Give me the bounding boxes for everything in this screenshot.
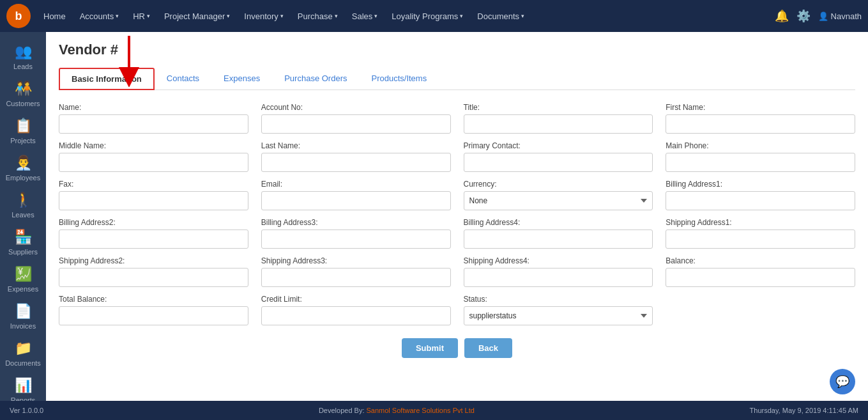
label-title: Title:: [464, 103, 653, 112]
sidebar-item-label: Suppliers: [8, 248, 38, 256]
app-logo: b: [6, 4, 31, 28]
field-main-phone: Main Phone:: [666, 141, 855, 172]
input-billing-address3[interactable]: [261, 229, 451, 249]
sidebar-item-label: Leaves: [11, 211, 34, 219]
footer: Ver 1.0.0.0 Developed By: Sanmol Softwar…: [0, 401, 868, 420]
input-email[interactable]: [261, 191, 451, 210]
tab-products-items[interactable]: Products/Items: [359, 68, 439, 90]
label-billing-address3: Billing Address3:: [261, 218, 451, 227]
label-account-no: Account No:: [261, 103, 451, 112]
chevron-down-icon: ▾: [116, 13, 119, 19]
label-balance: Balance:: [666, 256, 855, 265]
input-account-no[interactable]: [261, 114, 451, 134]
input-primary-contact[interactable]: [464, 153, 653, 172]
field-currency: Currency: None: [464, 180, 653, 210]
nav-home[interactable]: Home: [37, 8, 72, 25]
suppliers-icon: 🏪: [15, 229, 32, 245]
sidebar-item-leads[interactable]: 👥 Leads: [0, 38, 46, 75]
version-text: Ver 1.0.0.0: [10, 407, 43, 414]
sidebar-item-expenses[interactable]: 💹 Expenses: [0, 261, 46, 298]
label-last-name: Last Name:: [261, 141, 451, 150]
input-billing-address1[interactable]: [666, 191, 855, 210]
tab-purchase-orders[interactable]: Purchase Orders: [272, 68, 359, 90]
input-fax[interactable]: [59, 191, 248, 210]
dev-info: Developed By: Sanmol Software Solutions …: [319, 407, 475, 414]
back-button[interactable]: Back: [464, 338, 512, 358]
input-billing-address4[interactable]: [464, 229, 653, 249]
chevron-down-icon: ▾: [374, 13, 377, 19]
sidebar-item-employees[interactable]: 👨‍💼 Employees: [0, 150, 46, 187]
label-primary-contact: Primary Contact:: [464, 141, 653, 150]
notification-icon[interactable]: 🔔: [775, 9, 789, 23]
label-fax: Fax:: [59, 180, 248, 189]
sidebar: 👥 Leads 🧑‍🤝‍🧑 Customers 📋 Projects 👨‍💼 E…: [0, 32, 46, 401]
sidebar-item-label: Invoices: [10, 322, 36, 330]
page-title: Vendor #: [59, 42, 855, 58]
nav-loyalty[interactable]: Loyality Programs ▾: [385, 8, 469, 25]
nav-inventory[interactable]: Inventory ▾: [238, 8, 289, 25]
field-billing-address2: Billing Address2:: [59, 218, 248, 249]
chevron-down-icon: ▾: [460, 13, 463, 19]
documents-icon: 📁: [15, 340, 32, 357]
select-status[interactable]: supplierstatus: [464, 306, 653, 325]
chat-bubble-button[interactable]: 💬: [830, 369, 855, 394]
field-title: Title:: [464, 103, 653, 134]
sidebar-item-reports[interactable]: 📊 Reports: [0, 372, 46, 401]
sidebar-item-projects[interactable]: 📋 Projects: [0, 113, 46, 150]
datetime-text: Thursday, May 9, 2019 4:11:45 AM: [750, 407, 858, 414]
field-shipping-address2: Shipping Address2:: [59, 256, 248, 287]
input-shipping-address3[interactable]: [261, 268, 451, 287]
field-first-name: First Name:: [666, 103, 855, 134]
label-billing-address1: Billing Address1:: [666, 180, 855, 189]
field-primary-contact: Primary Contact:: [464, 141, 653, 172]
field-placeholder: [666, 295, 855, 325]
label-credit-limit: Credit Limit:: [261, 295, 451, 304]
label-currency: Currency:: [464, 180, 653, 189]
field-shipping-address3: Shipping Address3:: [261, 256, 451, 287]
sidebar-item-leaves[interactable]: 🚶 Leaves: [0, 187, 46, 224]
input-title[interactable]: [464, 114, 653, 134]
nav-sales[interactable]: Sales ▾: [346, 8, 385, 25]
input-total-balance[interactable]: [59, 306, 248, 325]
sidebar-item-invoices[interactable]: 📄 Invoices: [0, 298, 46, 335]
nav-hr[interactable]: HR ▾: [126, 8, 156, 25]
field-status: Status: supplierstatus: [464, 295, 653, 325]
label-shipping-address2: Shipping Address2:: [59, 256, 248, 265]
sidebar-item-suppliers[interactable]: 🏪 Suppliers: [0, 224, 46, 261]
input-billing-address2[interactable]: [59, 229, 248, 249]
input-name[interactable]: [59, 114, 248, 134]
select-currency[interactable]: None: [464, 191, 653, 210]
input-shipping-address4[interactable]: [464, 268, 653, 287]
field-fax: Fax:: [59, 180, 248, 210]
field-account-no: Account No:: [261, 103, 451, 134]
form-actions: Submit Back: [59, 338, 855, 371]
user-avatar-icon: 👤: [818, 12, 828, 21]
reports-icon: 📊: [15, 377, 32, 394]
sidebar-item-documents[interactable]: 📁 Documents: [0, 335, 46, 372]
submit-button[interactable]: Submit: [402, 338, 458, 358]
user-menu[interactable]: 👤 Navnath: [818, 12, 862, 21]
input-shipping-address1[interactable]: [666, 229, 855, 249]
label-middle-name: Middle Name:: [59, 141, 248, 150]
input-credit-limit[interactable]: [261, 306, 451, 325]
field-shipping-address1: Shipping Address1:: [666, 218, 855, 249]
input-last-name[interactable]: [261, 153, 451, 172]
nav-purchase[interactable]: Purchase ▾: [291, 8, 344, 25]
nav-accounts[interactable]: Accounts ▾: [73, 8, 125, 25]
tab-expenses[interactable]: Expenses: [211, 68, 272, 90]
label-email: Email:: [261, 180, 451, 189]
input-first-name[interactable]: [666, 114, 855, 134]
input-main-phone[interactable]: [666, 153, 855, 172]
nav-right-actions: 🔔 ⚙️ 👤 Navnath: [775, 9, 862, 23]
chevron-down-icon: ▾: [280, 13, 284, 19]
settings-icon[interactable]: ⚙️: [796, 9, 811, 23]
nav-documents[interactable]: Documents ▾: [471, 8, 531, 25]
label-name: Name:: [59, 103, 248, 112]
input-shipping-address2[interactable]: [59, 268, 248, 287]
sidebar-item-customers[interactable]: 🧑‍🤝‍🧑 Customers: [0, 75, 46, 113]
nav-project-manager[interactable]: Project Manager ▾: [158, 8, 236, 25]
tab-contacts[interactable]: Contacts: [155, 68, 211, 90]
input-middle-name[interactable]: [59, 153, 248, 172]
input-balance[interactable]: [666, 268, 855, 287]
tab-basic-information[interactable]: Basic Information: [59, 68, 155, 90]
